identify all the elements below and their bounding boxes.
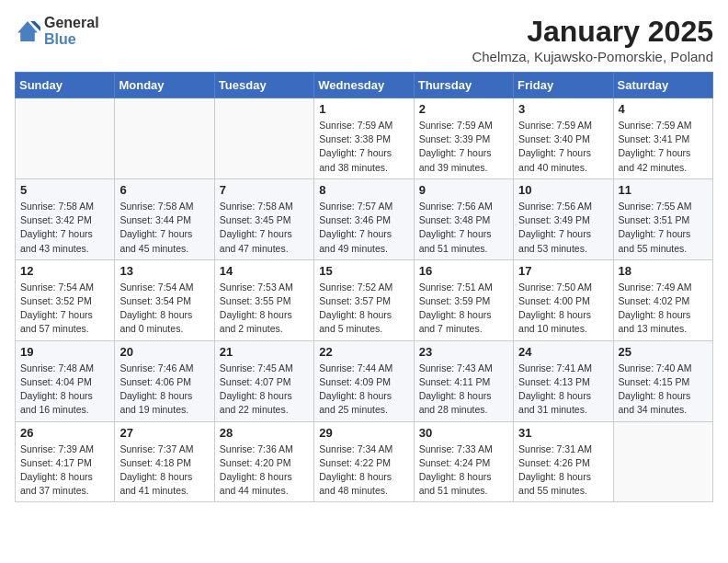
day-info: Sunrise: 7:54 AM Sunset: 3:54 PM Dayligh… — [119, 281, 209, 337]
col-header-wednesday: Wednesday — [314, 73, 414, 98]
location-subtitle: Chelmza, Kujawsko-Pomorskie, Poland — [472, 49, 713, 64]
day-info: Sunrise: 7:41 AM Sunset: 4:13 PM Dayligh… — [518, 362, 608, 418]
day-number: 14 — [220, 264, 309, 278]
day-info: Sunrise: 7:56 AM Sunset: 3:48 PM Dayligh… — [419, 200, 508, 256]
calendar-cell: 31Sunrise: 7:31 AM Sunset: 4:26 PM Dayli… — [514, 421, 613, 502]
calendar-cell: 24Sunrise: 7:41 AM Sunset: 4:13 PM Dayli… — [514, 340, 613, 421]
day-number: 24 — [518, 345, 608, 359]
col-header-thursday: Thursday — [414, 73, 513, 98]
calendar-week-row: 19Sunrise: 7:48 AM Sunset: 4:04 PM Dayli… — [16, 340, 713, 421]
day-info: Sunrise: 7:33 AM Sunset: 4:24 PM Dayligh… — [419, 442, 508, 499]
calendar-table: SundayMondayTuesdayWednesdayThursdayFrid… — [15, 72, 713, 502]
calendar-cell: 20Sunrise: 7:46 AM Sunset: 4:06 PM Dayli… — [115, 340, 214, 421]
day-number: 26 — [20, 426, 109, 440]
day-number: 21 — [220, 345, 309, 359]
day-number: 30 — [419, 426, 508, 440]
day-info: Sunrise: 7:34 AM Sunset: 4:22 PM Dayligh… — [319, 442, 408, 499]
calendar-cell — [613, 421, 712, 502]
calendar-cell: 16Sunrise: 7:51 AM Sunset: 3:59 PM Dayli… — [414, 259, 513, 340]
calendar-cell: 29Sunrise: 7:34 AM Sunset: 4:22 PM Dayli… — [314, 421, 414, 502]
calendar-week-row: 12Sunrise: 7:54 AM Sunset: 3:52 PM Dayli… — [16, 259, 713, 340]
month-title: January 2025 — [472, 15, 713, 49]
calendar-cell: 22Sunrise: 7:44 AM Sunset: 4:09 PM Dayli… — [314, 340, 414, 421]
day-number: 9 — [419, 183, 508, 197]
calendar-cell: 23Sunrise: 7:43 AM Sunset: 4:11 PM Dayli… — [414, 340, 513, 421]
day-info: Sunrise: 7:59 AM Sunset: 3:38 PM Dayligh… — [319, 119, 408, 175]
calendar-cell: 30Sunrise: 7:33 AM Sunset: 4:24 PM Dayli… — [414, 421, 513, 502]
day-info: Sunrise: 7:54 AM Sunset: 3:52 PM Dayligh… — [20, 281, 109, 337]
calendar-cell: 9Sunrise: 7:56 AM Sunset: 3:48 PM Daylig… — [414, 178, 513, 259]
calendar-cell: 26Sunrise: 7:39 AM Sunset: 4:17 PM Dayli… — [16, 421, 115, 502]
calendar-cell: 14Sunrise: 7:53 AM Sunset: 3:55 PM Dayli… — [214, 259, 313, 340]
calendar-cell: 4Sunrise: 7:59 AM Sunset: 3:41 PM Daylig… — [613, 98, 712, 179]
calendar-cell: 12Sunrise: 7:54 AM Sunset: 3:52 PM Dayli… — [16, 259, 115, 340]
logo: General Blue — [15, 15, 99, 47]
day-number: 17 — [518, 264, 608, 278]
logo-blue: Blue — [44, 31, 99, 48]
day-number: 2 — [419, 102, 508, 116]
day-info: Sunrise: 7:43 AM Sunset: 4:11 PM Dayligh… — [419, 362, 508, 418]
day-info: Sunrise: 7:45 AM Sunset: 4:07 PM Dayligh… — [220, 362, 309, 418]
calendar-cell: 17Sunrise: 7:50 AM Sunset: 4:00 PM Dayli… — [514, 259, 613, 340]
day-number: 23 — [419, 345, 508, 359]
calendar-cell: 6Sunrise: 7:58 AM Sunset: 3:44 PM Daylig… — [115, 178, 214, 259]
calendar-cell: 18Sunrise: 7:49 AM Sunset: 4:02 PM Dayli… — [613, 259, 712, 340]
day-info: Sunrise: 7:58 AM Sunset: 3:44 PM Dayligh… — [119, 200, 209, 256]
day-number: 11 — [619, 183, 708, 197]
day-info: Sunrise: 7:40 AM Sunset: 4:15 PM Dayligh… — [619, 362, 708, 418]
day-number: 4 — [619, 102, 708, 116]
day-number: 8 — [319, 183, 408, 197]
day-info: Sunrise: 7:49 AM Sunset: 4:02 PM Dayligh… — [619, 281, 708, 337]
calendar-cell: 19Sunrise: 7:48 AM Sunset: 4:04 PM Dayli… — [16, 340, 115, 421]
day-number: 7 — [220, 183, 309, 197]
logo-general: General — [44, 15, 99, 31]
day-number: 29 — [319, 426, 408, 440]
calendar-cell — [115, 98, 214, 179]
day-number: 15 — [319, 264, 408, 278]
calendar-cell: 11Sunrise: 7:55 AM Sunset: 3:51 PM Dayli… — [613, 178, 712, 259]
day-number: 28 — [220, 426, 309, 440]
day-info: Sunrise: 7:59 AM Sunset: 3:40 PM Dayligh… — [518, 119, 608, 175]
calendar-cell — [214, 98, 313, 179]
day-number: 16 — [419, 264, 508, 278]
day-number: 12 — [20, 264, 109, 278]
day-info: Sunrise: 7:58 AM Sunset: 3:45 PM Dayligh… — [220, 200, 309, 256]
calendar-week-row: 26Sunrise: 7:39 AM Sunset: 4:17 PM Dayli… — [16, 421, 713, 502]
day-number: 19 — [20, 345, 109, 359]
day-info: Sunrise: 7:53 AM Sunset: 3:55 PM Dayligh… — [220, 281, 309, 337]
day-number: 3 — [518, 102, 608, 116]
day-info: Sunrise: 7:44 AM Sunset: 4:09 PM Dayligh… — [319, 362, 408, 418]
calendar-cell: 27Sunrise: 7:37 AM Sunset: 4:18 PM Dayli… — [115, 421, 214, 502]
day-number: 27 — [119, 426, 209, 440]
day-number: 5 — [20, 183, 109, 197]
day-info: Sunrise: 7:56 AM Sunset: 3:49 PM Dayligh… — [518, 200, 608, 256]
day-info: Sunrise: 7:51 AM Sunset: 3:59 PM Dayligh… — [419, 281, 508, 337]
logo-icon — [15, 18, 40, 44]
day-number: 22 — [319, 345, 408, 359]
title-block: January 2025 Chelmza, Kujawsko-Pomorskie… — [472, 15, 713, 64]
calendar-cell: 2Sunrise: 7:59 AM Sunset: 3:39 PM Daylig… — [414, 98, 513, 179]
day-number: 31 — [518, 426, 608, 440]
calendar-cell: 28Sunrise: 7:36 AM Sunset: 4:20 PM Dayli… — [214, 421, 313, 502]
calendar-cell: 13Sunrise: 7:54 AM Sunset: 3:54 PM Dayli… — [115, 259, 214, 340]
calendar-cell: 7Sunrise: 7:58 AM Sunset: 3:45 PM Daylig… — [214, 178, 313, 259]
calendar-cell — [16, 98, 115, 179]
day-info: Sunrise: 7:52 AM Sunset: 3:57 PM Dayligh… — [319, 281, 408, 337]
page-header: General Blue January 2025 Chelmza, Kujaw… — [15, 15, 713, 64]
col-header-saturday: Saturday — [613, 73, 712, 98]
day-info: Sunrise: 7:59 AM Sunset: 3:41 PM Dayligh… — [619, 119, 708, 175]
calendar-cell: 5Sunrise: 7:58 AM Sunset: 3:42 PM Daylig… — [16, 178, 115, 259]
day-info: Sunrise: 7:48 AM Sunset: 4:04 PM Dayligh… — [20, 362, 109, 418]
calendar-week-row: 1Sunrise: 7:59 AM Sunset: 3:38 PM Daylig… — [16, 98, 713, 179]
calendar-cell: 1Sunrise: 7:59 AM Sunset: 3:38 PM Daylig… — [314, 98, 414, 179]
col-header-friday: Friday — [514, 73, 613, 98]
calendar-cell: 21Sunrise: 7:45 AM Sunset: 4:07 PM Dayli… — [214, 340, 313, 421]
day-number: 18 — [619, 264, 708, 278]
day-number: 20 — [119, 345, 209, 359]
day-number: 1 — [319, 102, 408, 116]
day-number: 6 — [119, 183, 209, 197]
day-info: Sunrise: 7:59 AM Sunset: 3:39 PM Dayligh… — [419, 119, 508, 175]
calendar-cell: 10Sunrise: 7:56 AM Sunset: 3:49 PM Dayli… — [514, 178, 613, 259]
day-info: Sunrise: 7:37 AM Sunset: 4:18 PM Dayligh… — [119, 442, 209, 499]
day-info: Sunrise: 7:58 AM Sunset: 3:42 PM Dayligh… — [20, 200, 109, 256]
